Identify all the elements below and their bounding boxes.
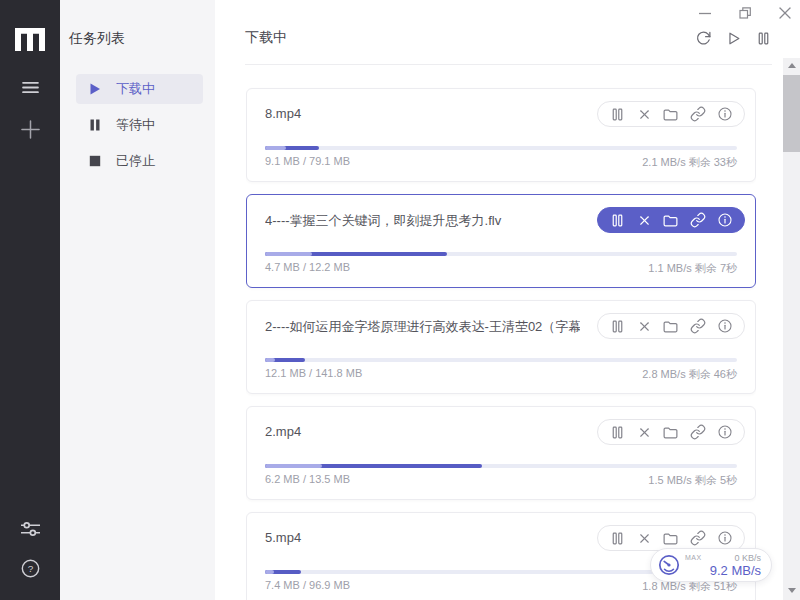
page-header: 下载中	[245, 0, 772, 65]
pause-task-icon[interactable]	[609, 212, 626, 229]
close-button[interactable]	[777, 5, 793, 21]
open-folder-icon[interactable]	[662, 212, 679, 229]
task-card[interactable]: 8.mp4 9.1 MB / 79.1 MB 2.1 MB/s 剩余 33秒	[246, 88, 756, 182]
task-size: 4.7 MB / 12.2 MB	[265, 261, 350, 276]
refresh-icon[interactable]	[695, 30, 712, 47]
help-icon[interactable]	[21, 559, 40, 578]
progress-light	[265, 358, 275, 362]
open-folder-icon[interactable]	[662, 106, 679, 123]
task-status-row: 6.2 MB / 13.5 MB 1.5 MB/s 剩余 5秒	[265, 473, 737, 488]
add-task-icon[interactable]	[21, 120, 40, 139]
window-controls	[697, 5, 793, 21]
copy-link-icon[interactable]	[690, 106, 706, 122]
sidebar-item-label: 等待中	[116, 116, 155, 134]
pause-icon	[89, 119, 102, 132]
progress-light	[265, 252, 312, 256]
main-panel: 下载中 8.mp4	[215, 0, 800, 600]
resume-all-icon[interactable]	[725, 30, 742, 47]
delete-task-icon[interactable]	[637, 425, 652, 440]
task-size: 12.1 MB / 141.8 MB	[265, 367, 362, 382]
speedometer-icon	[657, 553, 681, 577]
preferences-icon[interactable]	[21, 521, 40, 537]
progress-bar	[265, 146, 737, 150]
task-filename: 8.mp4	[265, 106, 580, 121]
copy-link-icon[interactable]	[690, 530, 706, 546]
task-list: 8.mp4 9.1 MB / 79.1 MB 2.1 MB/s 剩余 33秒	[246, 66, 756, 600]
scroll-up-icon[interactable]	[783, 58, 800, 73]
task-action-bar	[597, 207, 745, 233]
task-speed: 1.1 MB/s 剩余 7秒	[648, 261, 737, 276]
task-action-bar	[597, 101, 745, 127]
task-speed: 1.5 MB/s 剩余 5秒	[648, 473, 737, 488]
open-folder-icon[interactable]	[662, 424, 679, 441]
task-speed: 2.1 MB/s 剩余 33秒	[642, 155, 737, 170]
download-speed: 9.2 MB/s	[685, 563, 761, 578]
pause-task-icon[interactable]	[609, 424, 626, 441]
task-info-icon[interactable]	[717, 424, 733, 440]
delete-task-icon[interactable]	[637, 531, 652, 546]
pause-task-icon[interactable]	[609, 318, 626, 335]
task-filename: 2.mp4	[265, 424, 580, 439]
progress-bar	[265, 358, 737, 362]
progress-bar	[265, 252, 737, 256]
task-card[interactable]: 2----如何运用金字塔原理进行高效表达-王清茔02（字幕）.flv 12.1 …	[246, 300, 756, 394]
sidebar-item-label: 已停止	[116, 152, 155, 170]
copy-link-icon[interactable]	[690, 424, 706, 440]
task-status-row: 9.1 MB / 79.1 MB 2.1 MB/s 剩余 33秒	[265, 155, 737, 170]
speed-widget[interactable]: MAX 0 KB/s 9.2 MB/s	[650, 548, 772, 582]
task-action-bar	[597, 419, 745, 445]
task-filename: 5.mp4	[265, 530, 580, 545]
sidebar-title: 任务列表	[60, 30, 215, 48]
stop-icon	[89, 155, 102, 168]
task-info-icon[interactable]	[717, 318, 733, 334]
sidebar-item-downloading[interactable]: 下载中	[76, 74, 203, 104]
minimize-button[interactable]	[697, 5, 713, 21]
speed-max-label: MAX	[685, 554, 702, 561]
task-info-icon[interactable]	[717, 530, 733, 546]
app-rail	[0, 0, 60, 600]
app-window: 任务列表 下载中 等待中 已停止 下载中	[0, 0, 800, 600]
sidebar-item-label: 下载中	[116, 80, 155, 98]
sidebar: 任务列表 下载中 等待中 已停止	[60, 0, 215, 600]
task-speed: 2.8 MB/s 剩余 46秒	[642, 367, 737, 382]
speed-values: MAX 0 KB/s 9.2 MB/s	[685, 553, 761, 578]
task-card[interactable]: 2.mp4 6.2 MB / 13.5 MB 1.5 MB/s 剩余 5秒	[246, 406, 756, 500]
progress-light	[265, 146, 286, 150]
delete-task-icon[interactable]	[637, 213, 652, 228]
task-action-bar	[597, 313, 745, 339]
sidebar-item-waiting[interactable]: 等待中	[76, 110, 203, 140]
task-size: 7.4 MB / 96.9 MB	[265, 579, 350, 594]
progress-bar	[265, 464, 737, 468]
copy-link-icon[interactable]	[690, 212, 706, 228]
scroll-down-icon[interactable]	[783, 583, 800, 598]
motrix-logo-icon	[15, 28, 45, 51]
task-info-icon[interactable]	[717, 106, 733, 122]
task-size: 9.1 MB / 79.1 MB	[265, 155, 350, 170]
sidebar-item-stopped[interactable]: 已停止	[76, 146, 203, 176]
restore-button[interactable]	[737, 5, 753, 21]
task-filename: 4----掌握三个关键词，即刻提升思考力.flv	[265, 212, 580, 230]
header-actions	[695, 18, 772, 47]
delete-task-icon[interactable]	[637, 107, 652, 122]
vertical-scrollbar[interactable]	[783, 58, 800, 600]
page-title: 下载中	[245, 17, 287, 47]
pause-all-icon[interactable]	[755, 30, 772, 47]
copy-link-icon[interactable]	[690, 318, 706, 334]
task-card[interactable]: 4----掌握三个关键词，即刻提升思考力.flv 4.7 MB / 12.2 M…	[246, 194, 756, 288]
progress-light	[265, 570, 274, 574]
play-icon	[89, 83, 102, 96]
delete-task-icon[interactable]	[637, 319, 652, 334]
scrollbar-thumb[interactable]	[783, 75, 800, 152]
upload-speed: 0 KB/s	[734, 553, 761, 563]
pause-task-icon[interactable]	[609, 530, 626, 547]
task-size: 6.2 MB / 13.5 MB	[265, 473, 350, 488]
task-status-row: 4.7 MB / 12.2 MB 1.1 MB/s 剩余 7秒	[265, 261, 737, 276]
open-folder-icon[interactable]	[662, 530, 679, 547]
progress-light	[265, 464, 322, 468]
task-filename: 2----如何运用金字塔原理进行高效表达-王清茔02（字幕）.flv	[265, 318, 580, 336]
task-status-row: 12.1 MB / 141.8 MB 2.8 MB/s 剩余 46秒	[265, 367, 737, 382]
task-info-icon[interactable]	[717, 212, 733, 228]
pause-task-icon[interactable]	[609, 106, 626, 123]
open-folder-icon[interactable]	[662, 318, 679, 335]
task-list-nav-icon[interactable]	[22, 81, 39, 94]
